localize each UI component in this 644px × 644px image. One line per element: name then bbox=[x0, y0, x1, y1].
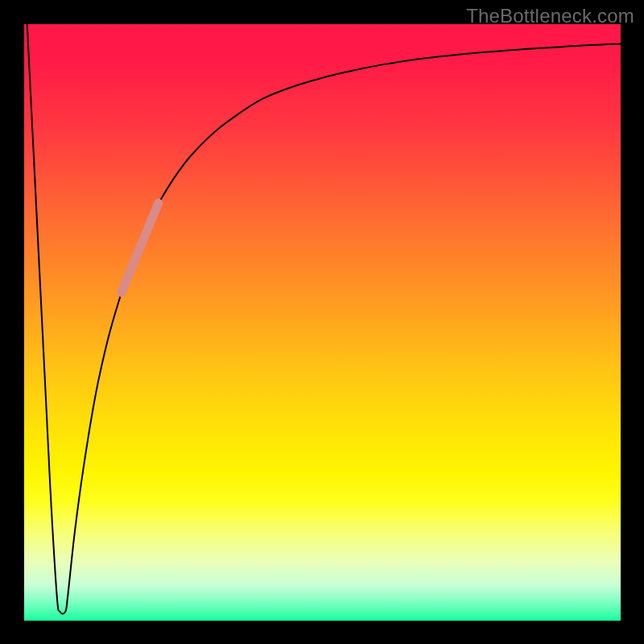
plot-area bbox=[24, 24, 621, 621]
chart-container: TheBottleneck.com bbox=[0, 0, 644, 644]
highlight-segment bbox=[122, 203, 159, 292]
curve-svg bbox=[24, 24, 621, 621]
bottleneck-curve bbox=[27, 24, 621, 613]
